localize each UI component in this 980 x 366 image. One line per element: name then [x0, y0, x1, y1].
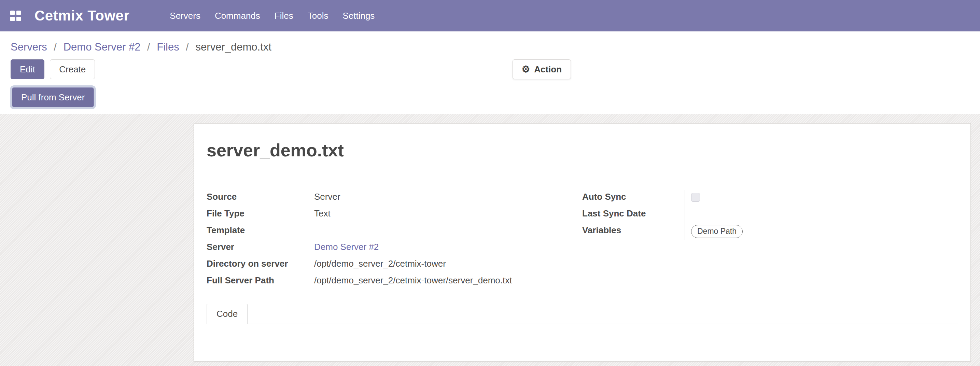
- apps-icon-dot: [10, 17, 15, 21]
- field-label-file-type: File Type: [207, 207, 314, 219]
- main-menu: Servers Commands Files Tools Settings: [170, 11, 375, 21]
- apps-icon-dot: [16, 11, 21, 15]
- field-value-full-path: /opt/demo_server_2/cetmix-tower/server_d…: [314, 274, 582, 286]
- auto-sync-checkbox[interactable]: [691, 193, 700, 202]
- pull-from-server-button[interactable]: Pull from Server: [12, 88, 94, 107]
- action-button[interactable]: ⚙ Action: [512, 59, 571, 79]
- field-row-full-path: Full Server Path /opt/demo_server_2/cetm…: [207, 274, 582, 290]
- field-value-directory: /opt/demo_server_2/cetmix-tower: [314, 257, 582, 269]
- field-value-last-sync-date: [685, 207, 958, 223]
- breadcrumb-separator: /: [186, 41, 189, 53]
- breadcrumb-files[interactable]: Files: [157, 41, 179, 53]
- field-value-template: [314, 223, 582, 224]
- field-value-source: Server: [314, 190, 582, 202]
- nav-item-commands[interactable]: Commands: [215, 11, 260, 21]
- field-label-auto-sync: Auto Sync: [582, 190, 685, 202]
- field-label-server: Server: [207, 240, 314, 252]
- field-row-auto-sync: Auto Sync: [582, 190, 958, 207]
- field-row-template: Template: [207, 223, 582, 240]
- form-view-background: server_demo.txt Source Server File Type …: [0, 114, 980, 366]
- field-value-server-link[interactable]: Demo Server #2: [314, 240, 582, 252]
- apps-icon-dot: [10, 11, 15, 15]
- field-row-source: Source Server: [207, 190, 582, 207]
- field-group-right: Auto Sync Last Sync Date Variables Demo …: [582, 190, 958, 290]
- page-title: server_demo.txt: [207, 140, 958, 161]
- field-row-directory: Directory on server /opt/demo_server_2/c…: [207, 257, 582, 274]
- field-group-left: Source Server File Type Text Template Se…: [207, 190, 582, 290]
- gear-icon: ⚙: [522, 65, 530, 74]
- field-row-variables: Variables Demo Path: [582, 223, 958, 240]
- field-row-last-sync-date: Last Sync Date: [582, 207, 958, 223]
- field-label-directory: Directory on server: [207, 257, 314, 269]
- breadcrumb-servers[interactable]: Servers: [11, 41, 47, 53]
- field-label-variables: Variables: [582, 223, 685, 236]
- nav-item-servers[interactable]: Servers: [170, 11, 200, 21]
- app-brand[interactable]: Cetmix Tower: [35, 8, 129, 24]
- field-row-server: Server Demo Server #2: [207, 240, 582, 257]
- field-value-file-type: Text: [314, 207, 582, 219]
- top-navbar: Cetmix Tower Servers Commands Files Tool…: [0, 0, 980, 32]
- object-buttons-row: Pull from Server: [11, 88, 980, 107]
- tab-code-content: [207, 324, 958, 358]
- breadcrumb-separator: /: [147, 41, 150, 53]
- apps-menu-icon[interactable]: [10, 11, 21, 21]
- field-label-source: Source: [207, 190, 314, 202]
- form-sheet: server_demo.txt Source Server File Type …: [194, 123, 971, 361]
- field-label-template: Template: [207, 223, 314, 236]
- breadcrumb-separator: /: [54, 41, 57, 53]
- tab-header: Code: [207, 304, 958, 324]
- field-value-variables: Demo Path: [685, 223, 958, 240]
- breadcrumb-current: server_demo.txt: [196, 41, 272, 53]
- create-button[interactable]: Create: [50, 59, 95, 79]
- edit-button[interactable]: Edit: [11, 59, 45, 79]
- apps-icon-dot: [16, 17, 21, 21]
- nav-item-tools[interactable]: Tools: [308, 11, 328, 21]
- field-groups: Source Server File Type Text Template Se…: [207, 190, 958, 290]
- breadcrumb-demo-server[interactable]: Demo Server #2: [64, 41, 141, 53]
- control-panel: Servers / Demo Server #2 / Files / serve…: [0, 32, 980, 114]
- nav-item-settings[interactable]: Settings: [342, 11, 375, 21]
- toolbar: Edit Create ⚙ Action: [11, 59, 980, 79]
- field-value-auto-sync: [685, 190, 958, 207]
- field-row-file-type: File Type Text: [207, 207, 582, 223]
- variable-tag-demo-path: Demo Path: [691, 225, 743, 238]
- notebook: Code: [207, 304, 958, 358]
- tab-code[interactable]: Code: [207, 304, 248, 324]
- breadcrumb: Servers / Demo Server #2 / Files / serve…: [11, 40, 980, 54]
- nav-item-files[interactable]: Files: [275, 11, 293, 21]
- field-label-full-path: Full Server Path: [207, 274, 314, 286]
- field-label-last-sync-date: Last Sync Date: [582, 207, 685, 219]
- action-button-label: Action: [534, 64, 562, 75]
